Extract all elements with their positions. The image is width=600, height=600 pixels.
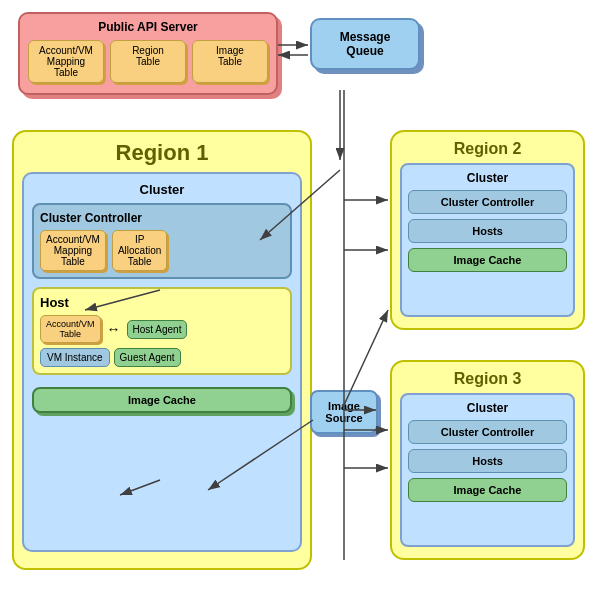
cluster2: Cluster Cluster Controller Hosts Image C… — [400, 163, 575, 317]
cc1-ip-table: IPAllocationTable — [112, 230, 167, 271]
image-cache1: Image Cache — [32, 387, 292, 413]
host-title: Host — [40, 295, 284, 310]
public-api-server: Public API Server Account/VMMappingTable… — [18, 12, 278, 95]
cluster2-title: Cluster — [408, 171, 567, 185]
cluster3-title: Cluster — [408, 401, 567, 415]
region2-title: Region 2 — [400, 140, 575, 158]
region3: Region 3 Cluster Cluster Controller Host… — [390, 360, 585, 560]
cluster3-hosts: Hosts — [408, 449, 567, 473]
account-vm-mapping-table: Account/VMMappingTable — [28, 40, 104, 83]
region1-title: Region 1 — [22, 140, 302, 166]
arrow-right-icon: ↔ — [107, 321, 121, 337]
region3-title: Region 3 — [400, 370, 575, 388]
cluster2-image-cache: Image Cache — [408, 248, 567, 272]
region2: Region 2 Cluster Cluster Controller Host… — [390, 130, 585, 330]
public-api-tables: Account/VMMappingTable RegionTable Image… — [28, 40, 268, 83]
cc1-title: Cluster Controller — [40, 211, 284, 225]
region-table: RegionTable — [110, 40, 186, 83]
vm-instance-box: VM Instance — [40, 348, 110, 367]
cluster2-controller: Cluster Controller — [408, 190, 567, 214]
cluster3-image-cache: Image Cache — [408, 478, 567, 502]
cc1-tables: Account/VMMappingTable IPAllocationTable — [40, 230, 284, 271]
image-table: ImageTable — [192, 40, 268, 83]
guest-agent-box: Guest Agent — [114, 348, 181, 367]
host-account-vm-table: Account/VMTable — [40, 315, 101, 343]
cluster1: Cluster Cluster Controller Account/VMMap… — [22, 172, 302, 552]
cluster2-hosts: Hosts — [408, 219, 567, 243]
host-area: Host Account/VMTable ↔ Host Agent VM Ins… — [32, 287, 292, 375]
message-queue: MessageQueue — [310, 18, 420, 70]
host-inner: Account/VMTable ↔ Host Agent — [40, 315, 284, 343]
cluster3-controller: Cluster Controller — [408, 420, 567, 444]
image-source: ImageSource — [310, 390, 378, 434]
cluster3: Cluster Cluster Controller Hosts Image C… — [400, 393, 575, 547]
host-bottom: VM Instance Guest Agent — [40, 348, 284, 367]
diagram: Public API Server Account/VMMappingTable… — [0, 0, 600, 600]
host-agent-box: Host Agent — [127, 320, 188, 339]
public-api-title: Public API Server — [28, 20, 268, 34]
cluster1-title: Cluster — [32, 182, 292, 197]
cluster-controller1: Cluster Controller Account/VMMappingTabl… — [32, 203, 292, 279]
region1: Region 1 Cluster Cluster Controller Acco… — [12, 130, 312, 570]
cc1-account-vm-table: Account/VMMappingTable — [40, 230, 106, 271]
